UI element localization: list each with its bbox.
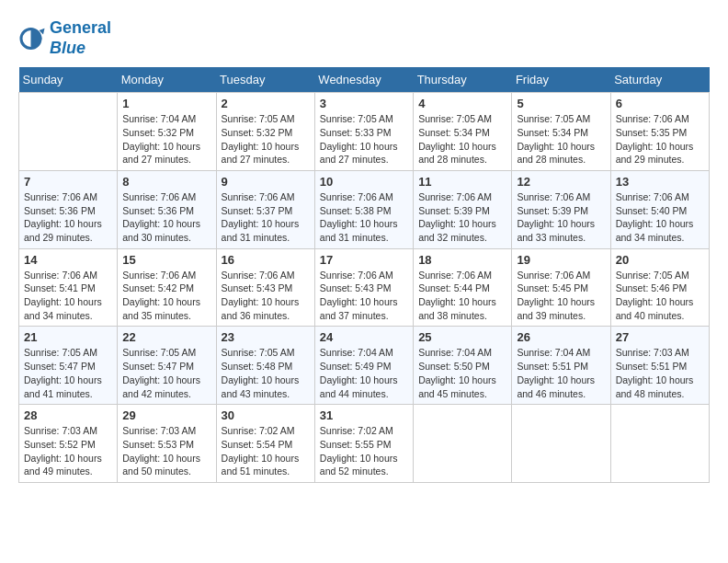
calendar-cell — [19, 93, 118, 171]
weekday-header-friday: Friday — [512, 67, 610, 93]
logo: General Blue — [18, 18, 111, 58]
calendar-body: 1Sunrise: 7:04 AMSunset: 5:32 PMDaylight… — [19, 93, 710, 483]
weekday-header-saturday: Saturday — [610, 67, 709, 93]
calendar-cell: 29Sunrise: 7:03 AMSunset: 5:53 PMDayligh… — [118, 405, 216, 483]
calendar-cell: 25Sunrise: 7:04 AMSunset: 5:50 PMDayligh… — [414, 327, 512, 405]
day-number: 15 — [122, 253, 210, 267]
calendar-cell: 7Sunrise: 7:06 AMSunset: 5:36 PMDaylight… — [19, 170, 118, 248]
day-number: 21 — [24, 330, 112, 344]
day-number: 3 — [320, 97, 408, 110]
calendar-cell: 21Sunrise: 7:05 AMSunset: 5:47 PMDayligh… — [19, 327, 118, 405]
cell-sun-info: Sunrise: 7:05 AMSunset: 5:34 PMDaylight:… — [418, 112, 506, 167]
day-number: 22 — [122, 330, 210, 344]
calendar-week-row: 14Sunrise: 7:06 AMSunset: 5:41 PMDayligh… — [19, 248, 710, 327]
day-number: 4 — [418, 97, 506, 110]
cell-sun-info: Sunrise: 7:04 AMSunset: 5:49 PMDaylight:… — [320, 346, 408, 400]
cell-sun-info: Sunrise: 7:06 AMSunset: 5:40 PMDaylight:… — [616, 190, 704, 245]
day-number: 30 — [222, 408, 310, 422]
cell-sun-info: Sunrise: 7:05 AMSunset: 5:47 PMDaylight:… — [122, 346, 210, 400]
cell-sun-info: Sunrise: 7:06 AMSunset: 5:36 PMDaylight:… — [24, 190, 112, 245]
calendar-cell: 26Sunrise: 7:04 AMSunset: 5:51 PMDayligh… — [512, 327, 610, 405]
cell-sun-info: Sunrise: 7:06 AMSunset: 5:41 PMDaylight:… — [24, 269, 112, 323]
calendar-cell: 15Sunrise: 7:06 AMSunset: 5:42 PMDayligh… — [118, 248, 216, 327]
calendar-cell: 6Sunrise: 7:06 AMSunset: 5:35 PMDaylight… — [610, 93, 709, 171]
cell-sun-info: Sunrise: 7:03 AMSunset: 5:52 PMDaylight:… — [24, 424, 112, 478]
cell-sun-info: Sunrise: 7:04 AMSunset: 5:50 PMDaylight:… — [418, 346, 506, 400]
calendar-table: SundayMondayTuesdayWednesdayThursdayFrid… — [18, 67, 710, 483]
cell-sun-info: Sunrise: 7:03 AMSunset: 5:53 PMDaylight:… — [122, 424, 210, 478]
day-number: 23 — [222, 330, 310, 344]
cell-sun-info: Sunrise: 7:05 AMSunset: 5:47 PMDaylight:… — [24, 346, 112, 400]
calendar-cell: 8Sunrise: 7:06 AMSunset: 5:36 PMDaylight… — [118, 170, 216, 248]
logo-text: General Blue — [50, 18, 111, 58]
day-number: 10 — [320, 175, 408, 189]
calendar-cell: 2Sunrise: 7:05 AMSunset: 5:32 PMDaylight… — [216, 93, 314, 171]
cell-sun-info: Sunrise: 7:06 AMSunset: 5:45 PMDaylight:… — [517, 269, 605, 323]
calendar-cell: 14Sunrise: 7:06 AMSunset: 5:41 PMDayligh… — [19, 248, 118, 327]
day-number: 27 — [616, 330, 704, 344]
calendar-cell: 20Sunrise: 7:05 AMSunset: 5:46 PMDayligh… — [610, 248, 709, 327]
day-number: 24 — [320, 330, 408, 344]
weekday-header-sunday: Sunday — [19, 67, 118, 93]
cell-sun-info: Sunrise: 7:04 AMSunset: 5:51 PMDaylight:… — [517, 346, 605, 400]
day-number: 2 — [222, 97, 310, 110]
calendar-cell: 30Sunrise: 7:02 AMSunset: 5:54 PMDayligh… — [216, 405, 314, 483]
cell-sun-info: Sunrise: 7:05 AMSunset: 5:48 PMDaylight:… — [222, 346, 310, 400]
day-number: 14 — [24, 253, 112, 267]
calendar-cell: 16Sunrise: 7:06 AMSunset: 5:43 PMDayligh… — [216, 248, 314, 327]
cell-sun-info: Sunrise: 7:06 AMSunset: 5:44 PMDaylight:… — [418, 269, 506, 323]
calendar-cell: 27Sunrise: 7:03 AMSunset: 5:51 PMDayligh… — [610, 327, 709, 405]
calendar-cell: 18Sunrise: 7:06 AMSunset: 5:44 PMDayligh… — [414, 248, 512, 327]
calendar-week-row: 7Sunrise: 7:06 AMSunset: 5:36 PMDaylight… — [19, 170, 710, 248]
cell-sun-info: Sunrise: 7:06 AMSunset: 5:39 PMDaylight:… — [418, 190, 506, 245]
day-number: 26 — [517, 330, 605, 344]
calendar-cell: 12Sunrise: 7:06 AMSunset: 5:39 PMDayligh… — [512, 170, 610, 248]
cell-sun-info: Sunrise: 7:06 AMSunset: 5:35 PMDaylight:… — [616, 112, 704, 167]
calendar-cell: 1Sunrise: 7:04 AMSunset: 5:32 PMDaylight… — [118, 93, 216, 171]
weekday-header-thursday: Thursday — [414, 67, 512, 93]
cell-sun-info: Sunrise: 7:06 AMSunset: 5:43 PMDaylight:… — [320, 269, 408, 323]
cell-sun-info: Sunrise: 7:03 AMSunset: 5:51 PMDaylight:… — [616, 346, 704, 400]
day-number: 17 — [320, 253, 408, 267]
day-number: 31 — [320, 408, 408, 422]
calendar-cell: 3Sunrise: 7:05 AMSunset: 5:33 PMDaylight… — [314, 93, 413, 171]
weekday-header-tuesday: Tuesday — [216, 67, 314, 93]
calendar-week-row: 21Sunrise: 7:05 AMSunset: 5:47 PMDayligh… — [19, 327, 710, 405]
calendar-cell — [414, 405, 512, 483]
calendar-cell: 11Sunrise: 7:06 AMSunset: 5:39 PMDayligh… — [414, 170, 512, 248]
cell-sun-info: Sunrise: 7:02 AMSunset: 5:55 PMDaylight:… — [320, 424, 408, 478]
calendar-cell: 4Sunrise: 7:05 AMSunset: 5:34 PMDaylight… — [414, 93, 512, 171]
calendar-cell: 10Sunrise: 7:06 AMSunset: 5:38 PMDayligh… — [314, 170, 413, 248]
logo-icon — [18, 25, 46, 52]
calendar-cell: 31Sunrise: 7:02 AMSunset: 5:55 PMDayligh… — [314, 405, 413, 483]
page-header: General Blue — [18, 18, 710, 58]
cell-sun-info: Sunrise: 7:06 AMSunset: 5:39 PMDaylight:… — [517, 190, 605, 245]
cell-sun-info: Sunrise: 7:04 AMSunset: 5:32 PMDaylight:… — [122, 112, 210, 167]
cell-sun-info: Sunrise: 7:05 AMSunset: 5:32 PMDaylight:… — [222, 112, 310, 167]
calendar-cell: 9Sunrise: 7:06 AMSunset: 5:37 PMDaylight… — [216, 170, 314, 248]
calendar-week-row: 1Sunrise: 7:04 AMSunset: 5:32 PMDaylight… — [19, 93, 710, 171]
day-number: 16 — [222, 253, 310, 267]
cell-sun-info: Sunrise: 7:05 AMSunset: 5:33 PMDaylight:… — [320, 112, 408, 167]
day-number: 11 — [418, 175, 506, 189]
cell-sun-info: Sunrise: 7:06 AMSunset: 5:37 PMDaylight:… — [222, 190, 310, 245]
weekday-header-wednesday: Wednesday — [314, 67, 413, 93]
weekday-header-monday: Monday — [118, 67, 216, 93]
calendar-cell: 17Sunrise: 7:06 AMSunset: 5:43 PMDayligh… — [314, 248, 413, 327]
cell-sun-info: Sunrise: 7:05 AMSunset: 5:46 PMDaylight:… — [616, 269, 704, 323]
day-number: 6 — [616, 97, 704, 110]
day-number: 8 — [122, 175, 210, 189]
day-number: 28 — [24, 408, 112, 422]
day-number: 20 — [616, 253, 704, 267]
calendar-cell — [512, 405, 610, 483]
calendar-cell — [610, 405, 709, 483]
day-number: 1 — [122, 97, 210, 110]
calendar-cell: 5Sunrise: 7:05 AMSunset: 5:34 PMDaylight… — [512, 93, 610, 171]
day-number: 18 — [418, 253, 506, 267]
calendar-cell: 28Sunrise: 7:03 AMSunset: 5:52 PMDayligh… — [19, 405, 118, 483]
calendar-cell: 22Sunrise: 7:05 AMSunset: 5:47 PMDayligh… — [118, 327, 216, 405]
day-number: 12 — [517, 175, 605, 189]
calendar-week-row: 28Sunrise: 7:03 AMSunset: 5:52 PMDayligh… — [19, 405, 710, 483]
calendar-cell: 13Sunrise: 7:06 AMSunset: 5:40 PMDayligh… — [610, 170, 709, 248]
cell-sun-info: Sunrise: 7:06 AMSunset: 5:43 PMDaylight:… — [222, 269, 310, 323]
